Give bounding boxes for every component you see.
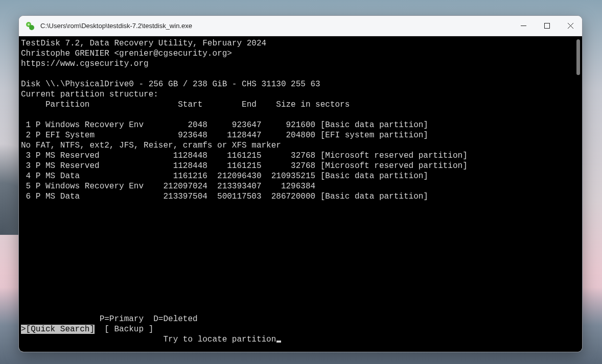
- menu-item-quick-search[interactable]: >[Quick Search]: [21, 325, 95, 334]
- svg-point-1: [29, 25, 34, 30]
- app-window: C:\Users\rom\Desktop\testdisk-7.2\testdi…: [18, 15, 583, 352]
- maximize-button[interactable]: [535, 16, 559, 36]
- vertical-scrollbar[interactable]: [575, 36, 582, 352]
- window-title: C:\Users\rom\Desktop\testdisk-7.2\testdi…: [40, 22, 512, 30]
- text-cursor: [276, 341, 281, 343]
- window-controls: [512, 16, 582, 36]
- terminal[interactable]: TestDisk 7.2, Data Recovery Utility, Feb…: [19, 36, 582, 352]
- app-icon: [25, 21, 35, 31]
- svg-point-2: [28, 23, 30, 26]
- terminal-viewport: TestDisk 7.2, Data Recovery Utility, Feb…: [19, 36, 575, 352]
- terminal-output: TestDisk 7.2, Data Recovery Utility, Feb…: [21, 38, 572, 345]
- minimize-button[interactable]: [512, 16, 535, 36]
- scrollbar-thumb[interactable]: [576, 39, 580, 75]
- titlebar[interactable]: C:\Users\rom\Desktop\testdisk-7.2\testdi…: [19, 16, 582, 36]
- svg-rect-4: [544, 23, 549, 29]
- close-button[interactable]: [559, 16, 582, 36]
- menu-item-backup[interactable]: [ Backup ]: [104, 325, 153, 334]
